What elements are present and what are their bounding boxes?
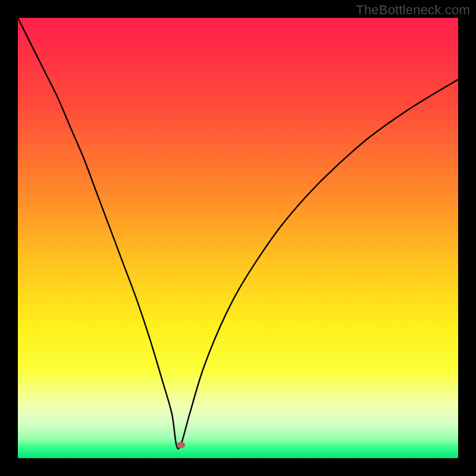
plot-svg <box>18 18 458 458</box>
optimum-marker <box>177 442 185 448</box>
watermark-text: TheBottleneck.com <box>356 2 470 18</box>
gradient-background <box>18 18 458 458</box>
chart-frame <box>18 18 458 458</box>
